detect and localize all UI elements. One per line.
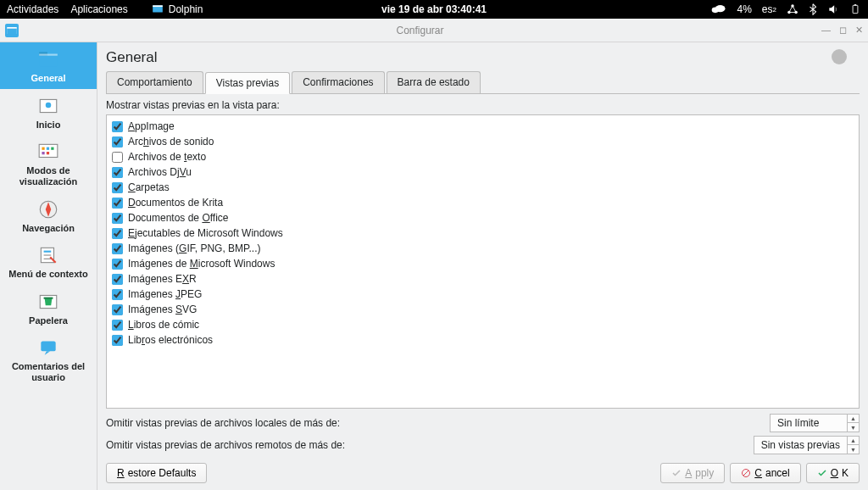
filetype-checkbox[interactable]	[112, 243, 123, 254]
top-panel: Actividades Aplicaciones Dolphin vie 19 …	[0, 0, 868, 19]
network-icon[interactable]	[787, 3, 798, 15]
trash-icon	[37, 291, 59, 313]
sidebar-item-general[interactable]: General	[0, 42, 97, 89]
applications-button[interactable]: Aplicaciones	[70, 3, 127, 15]
svg-rect-1	[153, 5, 163, 7]
maximize-button[interactable]: ◻	[839, 25, 847, 36]
status-dot	[832, 49, 847, 64]
tab-confirmations[interactable]: Confirmaciones	[292, 71, 384, 93]
filetype-label: AppImage	[128, 120, 175, 132]
filetype-label: Imágenes de Microsoft Windows	[128, 258, 275, 270]
filetype-label: Imágenes SVG	[128, 303, 197, 315]
tab-behavior[interactable]: Comportamiento	[106, 71, 203, 93]
feedback-icon	[37, 337, 59, 359]
filetype-label: Libros electrónicos	[128, 334, 213, 346]
filetype-row[interactable]: Imágenes JPEG	[112, 287, 854, 302]
filetype-row[interactable]: Imágenes SVG	[112, 302, 854, 317]
filetype-checkbox[interactable]	[112, 274, 123, 285]
svg-rect-10	[7, 28, 17, 33]
filetype-label: Libros de cómic	[128, 319, 199, 331]
filetype-checkbox[interactable]	[112, 259, 123, 270]
tab-previews[interactable]: Vistas previas	[205, 72, 290, 94]
filetypes-list[interactable]: AppImageArchivos de sonidoArchivos de te…	[106, 114, 860, 409]
ok-button[interactable]: OK	[806, 463, 860, 483]
filetype-row[interactable]: Documentos de Krita	[112, 195, 854, 210]
sidebar-item-viewmodes[interactable]: Modos de visualización	[0, 135, 97, 192]
filetype-row[interactable]: Imágenes EXR	[112, 271, 854, 287]
filetype-checkbox[interactable]	[112, 320, 123, 331]
filetype-label: Documentos de Office	[128, 212, 229, 224]
filetype-row[interactable]: Archivos DjVu	[112, 164, 854, 180]
sidebar-item-contextmenu[interactable]: Menú de contexto	[0, 238, 97, 285]
window-titlebar: Configurar — ◻ ✕	[0, 19, 868, 42]
local-limit-spinbox[interactable]: Sin límite ▲▼	[770, 414, 860, 432]
filetype-label: Imágenes EXR	[128, 273, 197, 285]
filetype-checkbox[interactable]	[112, 167, 123, 178]
weather-icon[interactable]	[710, 3, 727, 15]
apply-button[interactable]: Apply	[660, 463, 725, 483]
taskbar-app[interactable]: Dolphin	[152, 3, 203, 15]
filetype-row[interactable]: Documentos de Office	[112, 210, 854, 226]
filetype-checkbox[interactable]	[112, 152, 123, 163]
battery-indicator[interactable]: 4%	[737, 3, 752, 15]
filetype-row[interactable]: Libros de cómic	[112, 317, 854, 332]
filetype-label: Carpetas	[128, 181, 170, 193]
filetype-label: Archivos de sonido	[128, 136, 214, 148]
filetype-row[interactable]: Archivos de texto	[112, 149, 854, 164]
filetype-checkbox[interactable]	[112, 228, 123, 239]
power-icon[interactable]	[849, 3, 861, 15]
svg-rect-8	[854, 4, 856, 5]
sidebar-item-startup[interactable]: Inicio	[0, 89, 97, 136]
sidebar-item-feedback[interactable]: Comentarios del usuario	[0, 331, 97, 387]
keyboard-layout-indicator[interactable]: es2	[762, 3, 776, 15]
filetype-checkbox[interactable]	[112, 121, 123, 132]
close-button[interactable]: ✕	[855, 25, 863, 36]
remote-limit-value: Sin vistas previas	[754, 439, 847, 451]
filetype-checkbox[interactable]	[112, 213, 123, 224]
filetype-row[interactable]: Carpetas	[112, 180, 854, 195]
svg-rect-7	[853, 5, 858, 13]
filetype-row[interactable]: Libros electrónicos	[112, 332, 854, 348]
bluetooth-icon[interactable]	[809, 3, 817, 15]
sidebar-item-label: Menú de contexto	[8, 269, 88, 280]
filetype-label: Archivos de texto	[128, 151, 206, 163]
remote-limit-spinbox[interactable]: Sin vistas previas ▲▼	[754, 436, 860, 454]
filetype-row[interactable]: Ejecutables de Microsoft Windows	[112, 226, 854, 241]
filetype-checkbox[interactable]	[112, 136, 123, 148]
check-icon	[671, 468, 682, 478]
activities-button[interactable]: Actividades	[7, 3, 58, 15]
spin-up-icon[interactable]: ▲	[848, 436, 859, 445]
cancel-button[interactable]: Cancel	[730, 463, 800, 483]
filetype-checkbox[interactable]	[112, 335, 123, 346]
filetype-row[interactable]: Archivos de sonido	[112, 134, 854, 149]
minimize-button[interactable]: —	[821, 25, 831, 36]
tab-statusbar[interactable]: Barra de estado	[387, 71, 481, 93]
svg-rect-20	[42, 152, 44, 154]
volume-icon[interactable]	[827, 3, 839, 15]
sidebar-item-trash[interactable]: Papelera	[0, 285, 97, 331]
filetype-row[interactable]: Imágenes (GIF, PNG, BMP...)	[112, 241, 854, 256]
cancel-icon	[741, 468, 751, 478]
menu-icon	[37, 244, 59, 266]
spin-down-icon[interactable]: ▼	[848, 445, 859, 454]
filetype-row[interactable]: Imágenes de Microsoft Windows	[112, 256, 854, 271]
filetype-checkbox[interactable]	[112, 304, 123, 315]
restore-defaults-button[interactable]: Restore Defaults	[106, 463, 207, 483]
filetype-checkbox[interactable]	[112, 182, 123, 193]
svg-point-4	[791, 4, 794, 7]
spin-up-icon[interactable]: ▲	[848, 414, 859, 423]
sidebar-item-navigation[interactable]: Navegación	[0, 192, 97, 239]
home-icon	[37, 95, 59, 117]
remote-limit-label: Omitir vistas previas de archivos remoto…	[106, 439, 754, 451]
local-limit-label: Omitir vistas previas de archivos locale…	[106, 417, 770, 429]
filetype-checkbox[interactable]	[112, 289, 123, 300]
settings-sidebar: General Inicio Modos de visualización Na…	[0, 42, 97, 490]
kbd-sub-label: 2	[773, 6, 776, 14]
filetype-row[interactable]: AppImage	[112, 119, 854, 134]
clock[interactable]: vie 19 de abr 03:40:41	[381, 3, 487, 15]
spin-down-icon[interactable]: ▼	[848, 423, 859, 432]
svg-rect-29	[41, 342, 55, 352]
check-icon	[817, 468, 827, 478]
local-limit-value: Sin límite	[771, 417, 847, 429]
filetype-checkbox[interactable]	[112, 198, 123, 209]
